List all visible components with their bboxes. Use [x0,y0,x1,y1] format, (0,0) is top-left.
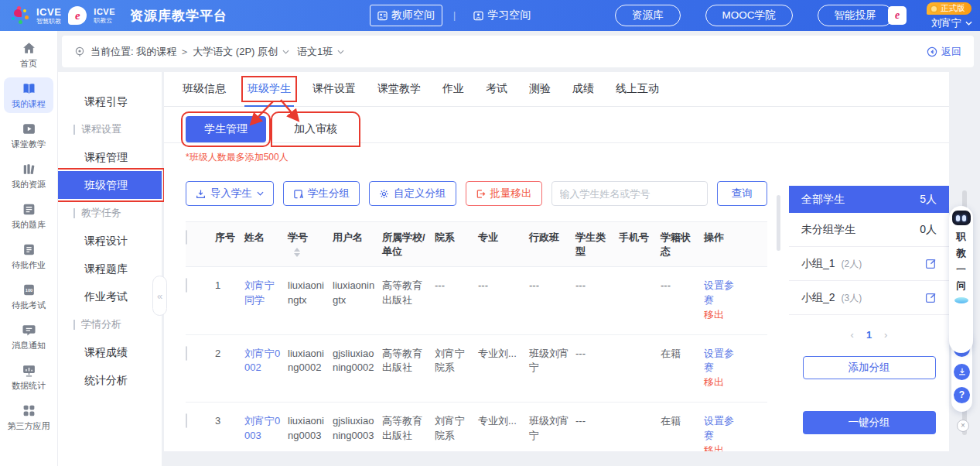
teacher-space-button[interactable]: 教师空间 [370,5,442,26]
sidebar-item-apps[interactable]: 第三方应用 [4,399,53,435]
group-list: 小组_1 (2人)小组_2 (3人) [789,247,949,315]
student-name-link[interactable]: 刘宵宁同学 [244,279,282,308]
sidebar-item-exam[interactable]: 100待批考试 [4,279,53,314]
learning-space-button[interactable]: 学习空间 [466,5,538,26]
student-name-link[interactable]: 刘宵宁0002 [244,347,282,376]
smart-cast-button[interactable]: 智能投屏 [818,5,893,26]
tab-item[interactable]: 测验 [529,72,551,107]
table-cell: liuxiaoning0002 [288,347,326,376]
panel-scrollbar[interactable] [777,195,780,251]
course-nav-item[interactable]: 课程题库 [58,255,162,283]
add-group-button[interactable]: 添加分组 [803,356,936,379]
table-cell: 专业刘... [478,347,523,361]
chevron-down-icon [965,21,972,26]
tab-item[interactable]: 班级学生 [248,72,291,107]
sidebar-item-classroom[interactable]: 课堂教学 [4,118,53,153]
breadcrumb-class[interactable]: 语文1班 [297,45,333,59]
row-checkbox[interactable] [186,278,187,293]
assistant-widget[interactable]: 职教一问 [949,206,973,353]
student-search-input[interactable] [551,181,708,206]
custom-grouping-button[interactable]: 自定义分组 [369,181,456,206]
group-row[interactable]: 小组_2 (3人) [789,281,949,315]
stats-icon [22,363,36,378]
batch-remove-button[interactable]: 批量移出 [466,181,542,206]
table-cell: 刘宵宁院系 [435,347,472,376]
gear-icon [379,189,389,199]
sidebar-item-label: 消息通知 [12,340,46,351]
resource-icon [22,162,36,176]
tab-item[interactable]: 线上互动 [616,72,659,107]
course-nav-item[interactable]: 课程管理 [58,143,162,171]
sidebar-collapse-handle[interactable]: « [152,276,167,316]
tab-item[interactable]: 课堂教学 [377,72,421,107]
group-row[interactable]: 小组_1 (2人) [789,247,949,281]
help-button[interactable]: ? [954,387,970,403]
sidebar-item-message[interactable]: 消息通知 [4,319,53,355]
subtab-item[interactable]: 学生管理 [186,116,266,142]
course-nav-item[interactable]: 班级管理 [58,171,162,199]
homework-icon [22,242,36,257]
sidebar-item-resource[interactable]: 我的资源 [4,158,53,194]
download-app-button[interactable] [954,364,970,380]
remove-action-link[interactable]: 移出 [704,308,741,323]
sidebar-item-stats[interactable]: 数据统计 [4,359,53,395]
remove-action-link[interactable]: 移出 [704,444,741,451]
auto-group-button[interactable]: 一键分组 [803,411,936,434]
sidebar-item-question-bank[interactable]: 我的题库 [4,198,53,234]
pager-prev-icon[interactable]: ‹ [851,329,854,341]
course-nav-item[interactable]: 课程引导 [58,87,162,115]
sidebar-item-label: 待批作业 [12,259,46,271]
tab-item[interactable]: 作业 [442,72,464,107]
pager-next-icon[interactable]: › [884,329,887,341]
course-nav-item[interactable]: 统计分析 [58,366,162,394]
course-nav-item[interactable]: 课程设计 [58,227,162,255]
breadcrumb-course[interactable]: 大学语文 (2P) 原创 [193,45,278,59]
row-checkbox[interactable] [186,413,187,428]
course-dropdown-icon[interactable] [282,50,289,54]
close-widget-button[interactable]: × [957,420,969,432]
tab-label: 测验 [529,82,551,96]
course-nav-item[interactable]: 作业考试 [58,283,162,310]
pager-current-page[interactable]: 1 [866,329,872,341]
tab-item[interactable]: 成绩 [572,72,594,107]
query-button[interactable]: 查询 [717,181,767,206]
select-all-checkbox[interactable] [186,230,187,245]
set-contest-action-link[interactable]: 设置参赛 [704,279,741,308]
table-cell: --- [661,279,698,293]
tab-item[interactable]: 班级信息 [183,72,226,107]
group-ungrouped[interactable]: 未分组学生 0人 [789,213,949,247]
tab-label: 线上互动 [616,82,659,96]
student-grouping-button[interactable]: A 学生分组 [283,181,360,206]
resource-library-button[interactable]: 资源库 [615,5,681,26]
group-all-students[interactable]: 全部学生 5人 [789,186,949,213]
course-nav: 课程引导课程设置课程管理班级管理教学任务课程设计课程题库作业考试学情分析课程成绩… [58,72,162,466]
mooc-college-button[interactable]: MOOC学院 [705,5,793,26]
breadcrumb: 当前位置: 我的课程 ＞ 大学语文 (2P) 原创 语文1班 返回 [62,36,974,67]
app-logo-icon[interactable]: e [888,6,907,25]
icve-swirl-logo-icon [9,5,29,26]
set-contest-action-link[interactable]: 设置参赛 [704,414,741,444]
edit-group-icon[interactable] [925,258,937,269]
sidebar-item-home[interactable]: 首页 [4,37,53,73]
import-students-button[interactable]: 导入学生 [186,181,274,206]
tab-item[interactable]: 课件设置 [312,72,356,107]
sidebar-item-homework[interactable]: 待批作业 [4,238,53,274]
class-dropdown-icon[interactable] [337,50,344,54]
student-name-link[interactable]: 刘宵宁0003 [244,414,282,444]
tab-label: 课件设置 [312,82,356,96]
user-menu[interactable]: 刘宵宁 [927,16,972,30]
table-cell: liuxiaoningtx [288,279,326,308]
course-nav-item[interactable]: 课程成绩 [58,338,162,366]
subtab-item[interactable]: 加入审核 [275,116,356,142]
set-contest-action-link[interactable]: 设置参赛 [704,347,741,376]
edit-group-icon[interactable] [925,292,937,303]
logo1-text: ICVE 智慧职教 [36,7,61,25]
sort-icon[interactable] [294,248,326,257]
sidebar-item-course[interactable]: 我的课程 [4,77,53,113]
back-button[interactable]: 返回 [927,45,961,59]
query-label: 查询 [732,187,753,200]
row-checkbox[interactable] [186,346,187,361]
remove-action-link[interactable]: 移出 [704,375,741,390]
tab-item[interactable]: 考试 [486,72,507,107]
all-students-count: 5人 [920,193,937,207]
